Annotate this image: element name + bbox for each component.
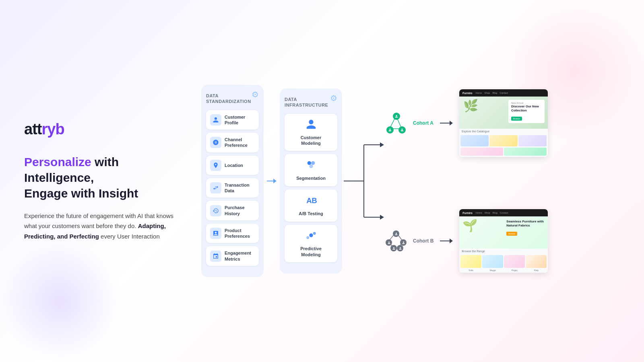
customer-profile-card: CustomerProfile [206, 110, 259, 130]
purchase-history-label: PurchaseHistory [225, 205, 245, 216]
description: Experience the future of engagement with… [24, 211, 177, 242]
diagram: ⚙ DATASTANDARDIZATION CustomerProfile Ch… [201, 85, 620, 277]
channel-preference-label: ChannelPreference [225, 137, 248, 148]
preview-b-nav-items: Home Shop Blog Contact [476, 212, 508, 214]
preview-a: Furniro Home Shop Blog Contact 🌿 [459, 89, 548, 157]
preview-a-section-label: Explore the Catalogue [459, 129, 548, 134]
cohort-a-to-preview-arrow [440, 121, 453, 125]
preview-b-product-labels: Grillo Muggo Pingky Potty [459, 269, 548, 273]
nav-item: Home [475, 92, 482, 94]
cohort-a-nodes [386, 113, 407, 134]
engagement-metrics-icon [210, 251, 221, 262]
cohort-b-node-top [393, 230, 399, 237]
nav-item: Home [476, 212, 482, 214]
infra-column-header: DATAINFRASTRUCTURE [285, 97, 337, 108]
predictive-modeling-card: PredictiveModeling [285, 225, 337, 262]
preview-a-btn[interactable]: Browse [511, 117, 522, 121]
svg-point-0 [307, 161, 311, 165]
cohort-b-node-left [386, 239, 392, 246]
preview-a-brand: Furniro [462, 92, 473, 95]
preview-b-btn[interactable]: Browse [506, 232, 517, 236]
engagement-metrics-card: EngagementMetrics [206, 246, 259, 266]
customer-modeling-icon [305, 119, 317, 132]
predictive-modeling-icon [305, 230, 317, 243]
grid-item-main [460, 135, 489, 146]
logo-text-ryb: ryb [41, 121, 64, 138]
ab-testing-label: A/B Testing [299, 211, 323, 216]
std-column-header: DATASTANDARDIZATION [206, 93, 259, 105]
gear-icon-infra: ⚙ [330, 93, 337, 103]
left-panel: attryb Personalize with Intelligence,Eng… [24, 121, 177, 242]
grid-item-extra1 [460, 148, 503, 156]
main-container: attryb Personalize with Intelligence,Eng… [0, 0, 644, 362]
segmentation-icon [305, 159, 317, 173]
cohort-b-to-preview-arrow [440, 239, 453, 243]
segmentation-label: Segmentation [296, 175, 326, 181]
svg-point-2 [309, 165, 313, 168]
svg-point-1 [311, 161, 315, 165]
product-label-4: Potty [526, 269, 547, 272]
product-label-2: Muggo [482, 269, 503, 272]
nav-item: Blog [492, 92, 497, 94]
product-label-3: Pingky [504, 269, 525, 272]
ab-testing-card: AB A/B Testing [285, 189, 337, 222]
branch-arrows-svg [344, 125, 384, 237]
preview-b-hero-text: Seamless Furniture with Natural Fabrics … [506, 220, 545, 236]
gear-icon-std: ⚙ [252, 90, 259, 99]
engagement-metrics-label: EngagementMetrics [225, 250, 251, 262]
product-1 [460, 255, 481, 268]
transaction-data-icon [210, 182, 221, 193]
cohort-a-node-right [398, 126, 406, 134]
preview-a-grid-bottom [459, 148, 548, 157]
preview-b-title: Seamless Furniture with Natural Fabrics [506, 220, 545, 227]
preview-a-plant: 🌿 [463, 99, 478, 113]
product-2 [482, 255, 503, 268]
purchase-history-card: PurchaseHistory [206, 201, 259, 220]
description-bold: Adapting, Predicting, and Perfecting [24, 222, 166, 240]
headline-highlight: Personalize [24, 155, 91, 169]
location-label: Location [225, 162, 243, 168]
preview-b: Furniro Home Shop Blog Contact 🌱 S [459, 209, 548, 273]
cohort-b-node-bottom-left [390, 245, 397, 251]
cohort-a-row: Cohort A Furniro Home Shop [386, 89, 548, 157]
grid-item-bedroom [518, 135, 547, 146]
svg-text:A: A [306, 196, 312, 205]
product-4 [526, 255, 547, 268]
customer-modeling-label: CustomerModeling [301, 135, 321, 146]
preview-a-nav: Furniro Home Shop Blog Contact [459, 89, 548, 97]
svg-point-6 [306, 237, 309, 239]
segmentation-card: Segmentation [285, 154, 337, 186]
svg-point-7 [313, 232, 316, 235]
preview-b-brand: Furniro [462, 212, 473, 214]
cohort-a-node-left [386, 126, 394, 134]
purchase-history-icon [210, 205, 221, 216]
std-to-infra-arrow [264, 179, 280, 183]
nav-item: Shop [485, 212, 490, 214]
nav-item: Shop [484, 92, 490, 94]
preview-a-title: Discover Our New Collection [511, 105, 542, 112]
cohort-b-row: Cohort B Furniro Home Shop [386, 209, 548, 273]
channel-preference-icon [210, 137, 221, 148]
nav-item: Contact [500, 212, 508, 214]
grid-item-living [489, 135, 518, 146]
grid-item-extra2 [504, 148, 547, 156]
preview-a-nav-items: Home Shop Blog Contact [475, 92, 508, 94]
cohort-b-node-bottom-right [397, 245, 403, 251]
preview-b-hero: 🌱 Seamless Furniture with Natural Fabric… [459, 216, 548, 249]
cohort-b-label: Cohort B [413, 238, 433, 244]
location-card: Location [206, 156, 259, 175]
product-preferences-icon [210, 228, 221, 239]
customer-modeling-card: CustomerModeling [285, 114, 337, 151]
channel-preference-card: ChannelPreference [206, 133, 259, 152]
preview-a-hero: 🌿 New Arrival Discover Our New Collectio… [459, 97, 548, 129]
nav-item: Blog [493, 212, 497, 214]
preview-a-hero-text: New Arrival Discover Our New Collection … [508, 100, 545, 123]
product-label-1: Grillo [460, 269, 481, 272]
cohort-a-node-top [393, 113, 400, 120]
logo-text-att: att [24, 121, 41, 138]
predictive-modeling-label: PredictiveModeling [300, 246, 322, 257]
svg-point-5 [309, 234, 313, 237]
transaction-data-card: TransactionData [206, 178, 259, 198]
headline: Personalize with Intelligence,Engage wit… [24, 154, 177, 201]
cohort-a-label: Cohort A [413, 120, 433, 126]
